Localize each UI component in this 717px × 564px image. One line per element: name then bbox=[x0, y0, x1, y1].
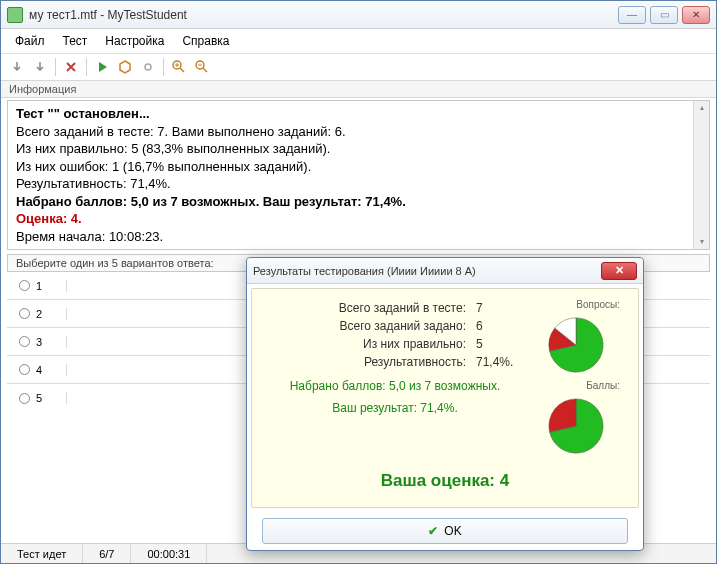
radio-icon[interactable] bbox=[19, 393, 30, 404]
maximize-button[interactable]: ▭ bbox=[650, 6, 678, 24]
titlebar[interactable]: му тест1.mtf - MyTestStudent — ▭ ✕ bbox=[1, 1, 716, 29]
pie-points bbox=[545, 395, 607, 457]
ok-label: OK bbox=[444, 524, 461, 538]
radio-icon[interactable] bbox=[19, 364, 30, 375]
menu-file[interactable]: Файл bbox=[7, 32, 53, 50]
stat-key: Всего заданий задано: bbox=[264, 319, 476, 333]
ok-button[interactable]: ✔OK bbox=[262, 518, 628, 544]
status-state: Тест идет bbox=[1, 544, 83, 563]
scrollbar[interactable]: ▴▾ bbox=[693, 101, 709, 249]
option-num: 3 bbox=[36, 336, 42, 348]
play-icon[interactable] bbox=[92, 57, 112, 77]
menu-settings[interactable]: Настройка bbox=[97, 32, 172, 50]
status-time: 00:00:31 bbox=[131, 544, 207, 563]
option-num: 5 bbox=[36, 392, 42, 404]
window-title: му тест1.mtf - MyTestStudent bbox=[29, 8, 618, 22]
zoom-out-icon[interactable] bbox=[192, 57, 212, 77]
minimize-button[interactable]: — bbox=[618, 6, 646, 24]
down-arrow2-icon[interactable] bbox=[30, 57, 50, 77]
dialog-title: Результаты тестирования (Ииии Иииии 8 А) bbox=[253, 265, 601, 277]
info-line-title: Тест "" остановлен... bbox=[16, 106, 150, 121]
svg-point-0 bbox=[145, 64, 151, 70]
radio-icon[interactable] bbox=[19, 280, 30, 291]
dialog-stats: Всего заданий в тесте:7 Всего заданий за… bbox=[264, 299, 526, 457]
dialog-score2: Ваш результат: 71,4%. bbox=[264, 401, 526, 415]
menubar: Файл Тест Настройка Справка bbox=[1, 29, 716, 54]
cancel-icon[interactable] bbox=[61, 57, 81, 77]
down-arrow-icon[interactable] bbox=[7, 57, 27, 77]
info-pane: Тест "" остановлен... Всего заданий в те… bbox=[7, 100, 710, 250]
stat-key: Из них правильно: bbox=[264, 337, 476, 351]
menu-help[interactable]: Справка bbox=[174, 32, 237, 50]
pie-questions bbox=[545, 314, 607, 376]
toolbar bbox=[1, 54, 716, 81]
status-progress: 6/7 bbox=[83, 544, 131, 563]
option-num: 4 bbox=[36, 364, 42, 376]
dialog-titlebar[interactable]: Результаты тестирования (Ииии Иииии 8 А)… bbox=[247, 258, 643, 284]
info-group-label: Информация bbox=[1, 81, 716, 98]
app-icon bbox=[7, 7, 23, 23]
stat-key: Результативность: bbox=[264, 355, 476, 369]
dialog-body: Всего заданий в тесте:7 Всего заданий за… bbox=[251, 288, 639, 508]
pie-questions-label: Вопросы: bbox=[576, 299, 620, 310]
radio-icon[interactable] bbox=[19, 308, 30, 319]
dialog-close-button[interactable]: ✕ bbox=[601, 262, 637, 280]
stat-val: 7 bbox=[476, 301, 526, 315]
dialog-score1: Набрано баллов: 5,0 из 7 возможных. bbox=[264, 379, 526, 393]
info-line: Результативность: 71,4%. bbox=[16, 175, 701, 193]
info-line: Время начала: 10:08:23. bbox=[16, 228, 701, 246]
menu-test[interactable]: Тест bbox=[55, 32, 96, 50]
results-dialog: Результаты тестирования (Ииии Иииии 8 А)… bbox=[246, 257, 644, 551]
option-num: 1 bbox=[36, 280, 42, 292]
option-num: 2 bbox=[36, 308, 42, 320]
record-icon[interactable] bbox=[138, 57, 158, 77]
zoom-in-icon[interactable] bbox=[169, 57, 189, 77]
info-line: Всего заданий в тесте: 7. Вами выполнено… bbox=[16, 123, 701, 141]
dialog-grade: Ваша оценка: 4 bbox=[264, 471, 626, 491]
check-icon: ✔ bbox=[428, 524, 438, 538]
info-grade: Оценка: 4. bbox=[16, 210, 701, 228]
stat-val: 5 bbox=[476, 337, 526, 351]
stat-key: Всего заданий в тесте: bbox=[264, 301, 476, 315]
pie-points-label: Баллы: bbox=[586, 380, 620, 391]
stat-val: 71,4%. bbox=[476, 355, 526, 369]
info-line-bold: Набрано баллов: 5,0 из 7 возможных. Ваш … bbox=[16, 194, 406, 209]
info-line: Из них правильно: 5 (83,3% выполненных з… bbox=[16, 140, 701, 158]
stat-val: 6 bbox=[476, 319, 526, 333]
info-line: Из них ошибок: 1 (16,7% выполненных зада… bbox=[16, 158, 701, 176]
close-button[interactable]: ✕ bbox=[682, 6, 710, 24]
stop-icon[interactable] bbox=[115, 57, 135, 77]
radio-icon[interactable] bbox=[19, 336, 30, 347]
